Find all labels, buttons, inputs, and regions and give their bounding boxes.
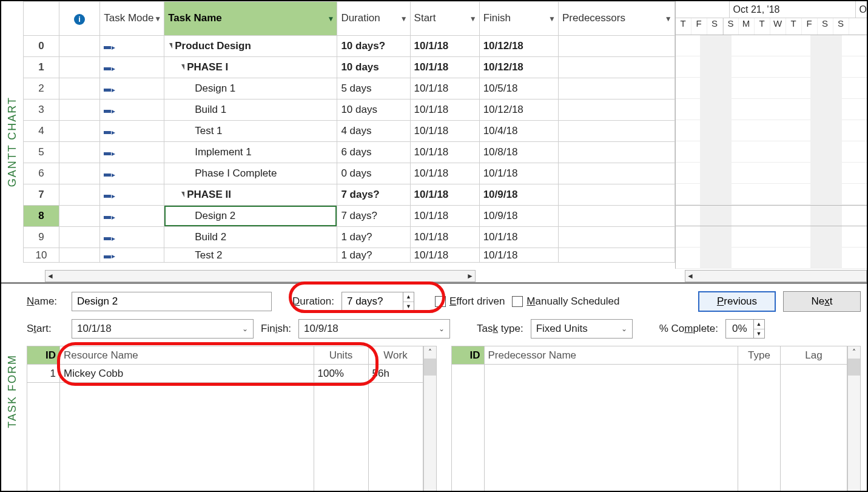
- timeline-week-label: Oct 21, '18: [730, 1, 856, 18]
- resource-table[interactable]: ID Resource Name Units Work 1 Mickey Cob…: [27, 346, 437, 492]
- auto-schedule-icon: [104, 152, 115, 156]
- chevron-down-icon[interactable]: ▼: [328, 15, 335, 23]
- table-row[interactable]: 3Build 110 days10/1/1810/12/18: [24, 99, 675, 121]
- resource-row[interactable]: 1 Mickey Cobb 100% 56h: [27, 365, 423, 383]
- col-finish[interactable]: Finish ▼: [479, 2, 558, 36]
- scroll-left-icon[interactable]: ◄: [687, 272, 694, 280]
- effort-driven-checkbox[interactable]: Effort driven: [435, 295, 505, 308]
- auto-schedule-icon: [104, 89, 115, 92]
- name-label: Name:: [27, 295, 64, 308]
- spin-down-icon[interactable]: ▼: [403, 302, 414, 311]
- scroll-up-icon[interactable]: ˄: [848, 346, 860, 359]
- table-row[interactable]: 7PHASE II7 days?10/1/1810/9/18: [24, 184, 675, 206]
- chevron-down-icon[interactable]: ⌄: [621, 325, 627, 333]
- col-predecessors[interactable]: Predecessors ▼: [559, 2, 675, 36]
- pred-col-id[interactable]: ID: [451, 346, 484, 365]
- start-label: Start:: [27, 323, 64, 335]
- finish-label: Finish:: [261, 323, 291, 335]
- table-row[interactable]: 4Test 14 days10/1/1810/4/18: [24, 121, 675, 142]
- task-form-pane-label: TASK FORM: [1, 284, 23, 492]
- task-table[interactable]: i Task Mode ▼ Task Name ▼: [23, 1, 675, 263]
- col-rownum[interactable]: [24, 2, 59, 36]
- timeline-hscroll[interactable]: ◄: [685, 270, 867, 282]
- timeline-day: S: [818, 18, 833, 35]
- timeline-day: W: [770, 18, 786, 35]
- spin-up-icon[interactable]: ▲: [754, 320, 764, 329]
- scroll-up-icon[interactable]: ˄: [424, 346, 436, 359]
- col-info[interactable]: i: [59, 2, 100, 36]
- auto-schedule-icon: [104, 67, 115, 71]
- percent-complete-label: % Complete:: [659, 323, 718, 335]
- res-col-name[interactable]: Resource Name: [60, 346, 314, 365]
- table-row[interactable]: 8Design 27 days?10/1/1810/9/18: [24, 206, 675, 227]
- duration-input[interactable]: [342, 295, 403, 308]
- predecessor-vscroll[interactable]: ˄: [847, 346, 861, 492]
- timeline-day: S: [833, 18, 849, 35]
- scroll-left-icon[interactable]: ◄: [47, 272, 54, 280]
- name-input[interactable]: [72, 292, 272, 311]
- table-row[interactable]: 0Product Design10 days?10/1/1810/12/18: [24, 36, 675, 57]
- resource-vscroll[interactable]: ˄: [423, 346, 437, 492]
- spin-up-icon[interactable]: ▲: [403, 292, 414, 302]
- res-col-work[interactable]: Work: [368, 346, 423, 365]
- chevron-down-icon[interactable]: ▼: [469, 15, 477, 23]
- auto-schedule-icon: [104, 174, 115, 177]
- gantt-pane-label: GANTT CHART: [1, 1, 23, 282]
- timeline-day: S: [707, 18, 723, 35]
- start-date-select[interactable]: 10/1/18 ⌄: [72, 319, 254, 339]
- table-row[interactable]: 2Design 15 days10/1/1810/5/18: [24, 78, 675, 99]
- res-col-units[interactable]: Units: [314, 346, 368, 365]
- gantt-timeline[interactable]: Oct 21, '18 O TFSSMTWTFSS: [675, 1, 867, 269]
- duration-label: Duration:: [292, 295, 334, 308]
- chevron-down-icon[interactable]: ▼: [665, 15, 672, 23]
- chevron-down-icon[interactable]: ⌄: [242, 325, 248, 333]
- timeline-day: S: [723, 18, 739, 35]
- auto-schedule-icon: [104, 110, 115, 113]
- timeline-day: F: [802, 18, 818, 35]
- pred-col-lag[interactable]: Lag: [781, 346, 847, 365]
- info-icon: i: [74, 14, 85, 25]
- table-row[interactable]: 9Build 21 day?10/1/1810/1/18: [24, 227, 675, 248]
- manually-scheduled-checkbox[interactable]: Manually Scheduled: [512, 295, 619, 308]
- table-row[interactable]: 5Implement 16 days10/1/1810/8/18: [24, 142, 675, 163]
- duration-stepper[interactable]: ▲ ▼: [341, 292, 414, 311]
- predecessor-table[interactable]: ID Predecessor Name Type Lag ˄: [451, 346, 861, 492]
- col-start[interactable]: Start ▼: [410, 2, 479, 36]
- table-row[interactable]: 6Phase I Complete0 days10/1/1810/1/18: [24, 163, 675, 184]
- scroll-right-icon[interactable]: ►: [466, 272, 474, 280]
- timeline-day: T: [676, 18, 691, 35]
- res-col-id[interactable]: ID: [27, 346, 60, 365]
- table-row[interactable]: 10Test 21 day?10/1/1810/1/18: [24, 248, 675, 263]
- timeline-day: T: [786, 18, 802, 35]
- col-duration[interactable]: Duration ▼: [337, 2, 410, 36]
- auto-schedule-icon: [104, 131, 115, 135]
- col-task-name[interactable]: Task Name ▼: [164, 2, 337, 36]
- auto-schedule-icon: [104, 255, 115, 258]
- pred-col-name[interactable]: Predecessor Name: [484, 346, 738, 365]
- task-type-label: Task type:: [477, 323, 523, 335]
- task-type-select[interactable]: Fixed Units ⌄: [531, 319, 633, 339]
- chevron-down-icon[interactable]: ▼: [548, 15, 556, 23]
- timeline-day: M: [739, 18, 755, 35]
- chevron-down-icon[interactable]: ▼: [154, 15, 161, 23]
- task-table-hscroll[interactable]: ◄ ►: [45, 270, 476, 282]
- finish-date-select[interactable]: 10/9/18 ⌄: [298, 319, 450, 339]
- table-row[interactable]: 1PHASE I10 days10/1/1810/12/18: [24, 57, 675, 78]
- chevron-down-icon[interactable]: ▼: [400, 15, 408, 23]
- auto-schedule-icon: [104, 216, 115, 220]
- timeline-next-week: O: [856, 1, 867, 18]
- col-task-mode[interactable]: Task Mode ▼: [100, 2, 164, 36]
- timeline-day: F: [691, 18, 707, 35]
- percent-complete-stepper[interactable]: 0% ▲ ▼: [725, 319, 765, 339]
- chevron-down-icon[interactable]: ⌄: [439, 325, 445, 333]
- pred-col-type[interactable]: Type: [738, 346, 781, 365]
- previous-button[interactable]: Previous: [698, 291, 776, 312]
- spin-down-icon[interactable]: ▼: [754, 329, 764, 339]
- timeline-day: T: [755, 18, 770, 35]
- auto-schedule-icon: [104, 195, 115, 198]
- auto-schedule-icon: [104, 237, 115, 241]
- auto-schedule-icon: [104, 46, 115, 50]
- next-button[interactable]: Next: [783, 291, 861, 312]
